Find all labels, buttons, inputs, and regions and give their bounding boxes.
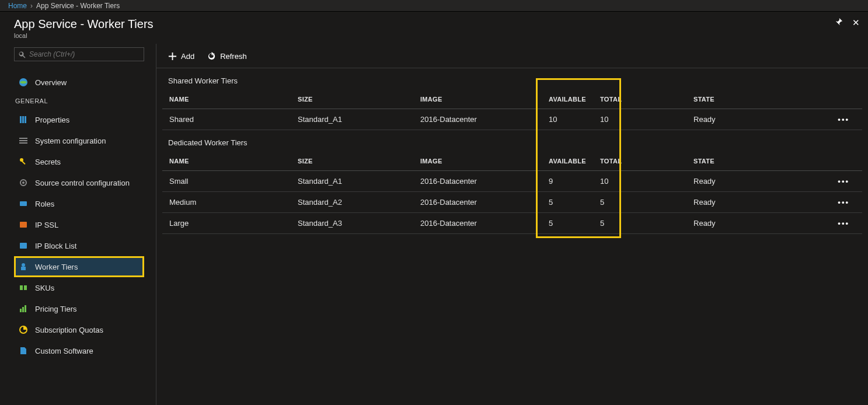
refresh-label: Refresh — [220, 52, 247, 61]
svg-rect-4 — [19, 138, 27, 139]
sidebar-item-subscription-quotas[interactable]: Subscription Quotas — [14, 319, 144, 340]
table-header-row: NAME SIZE IMAGE AVAILABLE TOTAL STATE — [162, 90, 862, 109]
sidebar-item-label: SKUs — [35, 284, 54, 292]
shared-section-title: Shared Worker Tiers — [156, 68, 868, 90]
sidebar-item-label: Overview — [35, 78, 67, 87]
table-header-row: NAME SIZE IMAGE AVAILABLE TOTAL STATE — [162, 152, 862, 171]
close-icon[interactable]: ✕ — [852, 18, 860, 28]
sku-icon — [19, 283, 28, 292]
col-size[interactable]: SIZE — [291, 152, 413, 171]
sidebar-item-pricing-tiers[interactable]: Pricing Tiers — [14, 298, 144, 319]
chevron-right-icon: › — [30, 2, 33, 10]
cell-total: 5 — [593, 192, 686, 213]
svg-rect-5 — [19, 140, 27, 141]
svg-rect-20 — [25, 305, 26, 312]
properties-icon — [19, 115, 28, 124]
gear-icon — [19, 178, 28, 187]
svg-point-14 — [22, 263, 25, 267]
cell-size: Standard_A2 — [291, 192, 413, 213]
cell-total: 10 — [593, 171, 686, 192]
roles-icon — [19, 199, 28, 208]
col-image[interactable]: IMAGE — [413, 152, 542, 171]
svg-rect-16 — [20, 285, 23, 290]
col-total[interactable]: TOTAL — [593, 152, 686, 171]
col-name[interactable]: NAME — [162, 152, 291, 171]
sidebar-item-source-control[interactable]: Source control configuration — [14, 172, 144, 193]
dedicated-section-title: Dedicated Worker Tiers — [156, 130, 868, 152]
cell-available: 9 — [542, 171, 593, 192]
table-row[interactable]: SharedStandard_A12016-Datacenter1010Read… — [162, 109, 862, 130]
cell-image: 2016-Datacenter — [413, 171, 542, 192]
search-input[interactable] — [14, 47, 144, 61]
row-more-button[interactable]: ••• — [786, 109, 862, 130]
row-more-button[interactable]: ••• — [786, 171, 862, 192]
cell-image: 2016-Datacenter — [413, 213, 542, 234]
row-more-button[interactable]: ••• — [786, 213, 862, 234]
svg-rect-19 — [22, 307, 24, 312]
col-name[interactable]: NAME — [162, 90, 291, 109]
cell-name: Medium — [162, 192, 291, 213]
sidebar-item-label: IP Block List — [35, 242, 76, 250]
worker-icon — [19, 262, 28, 271]
cell-size: Standard_A1 — [291, 171, 413, 192]
col-size[interactable]: SIZE — [291, 90, 413, 109]
quota-icon — [19, 325, 28, 334]
refresh-button[interactable]: Refresh — [207, 52, 247, 61]
sidebar-item-custom-software[interactable]: Custom Software — [14, 340, 144, 361]
pin-icon[interactable] — [835, 18, 843, 28]
col-state[interactable]: STATE — [686, 152, 786, 171]
sidebar: Overview GENERAL Properties System confi… — [0, 44, 156, 405]
col-total[interactable]: TOTAL — [593, 90, 686, 109]
cell-available: 5 — [542, 192, 593, 213]
sidebar-item-label: Worker Tiers — [35, 263, 78, 271]
toolbar: Add Refresh — [156, 44, 868, 68]
svg-rect-18 — [20, 309, 22, 312]
sidebar-item-overview[interactable]: Overview — [14, 72, 144, 93]
pricing-icon — [19, 304, 28, 313]
sidebar-item-ip-ssl[interactable]: IP SSL — [14, 214, 144, 235]
cell-state: Ready — [686, 192, 786, 213]
search-icon — [18, 51, 26, 58]
col-image[interactable]: IMAGE — [413, 90, 542, 109]
page-header: App Service - Worker Tiers local ✕ — [0, 12, 868, 44]
row-more-button[interactable]: ••• — [786, 192, 862, 213]
cell-total: 10 — [593, 109, 686, 130]
sidebar-item-roles[interactable]: Roles — [14, 193, 144, 214]
sidebar-item-label: Secrets — [35, 158, 61, 166]
sidebar-item-label: Custom Software — [35, 347, 93, 355]
col-available[interactable]: AVAILABLE — [542, 152, 593, 171]
add-button[interactable]: Add — [168, 52, 194, 61]
table-row[interactable]: MediumStandard_A22016-Datacenter55Ready•… — [162, 192, 862, 213]
sidebar-item-worker-tiers[interactable]: Worker Tiers — [14, 256, 144, 277]
ssl-icon — [19, 220, 28, 229]
plus-icon — [168, 52, 177, 61]
add-label: Add — [181, 52, 194, 61]
sidebar-item-properties[interactable]: Properties — [14, 109, 144, 130]
page-subtitle: local — [14, 32, 154, 39]
dedicated-table: NAME SIZE IMAGE AVAILABLE TOTAL STATE Sm… — [162, 152, 862, 234]
svg-rect-12 — [20, 222, 27, 228]
svg-rect-6 — [19, 142, 27, 144]
svg-rect-3 — [25, 116, 26, 123]
table-row[interactable]: LargeStandard_A32016-Datacenter55Ready••… — [162, 213, 862, 234]
cell-state: Ready — [686, 171, 786, 192]
search-field[interactable] — [29, 50, 140, 58]
key-icon — [19, 157, 28, 166]
table-row[interactable]: SmallStandard_A12016-Datacenter910Ready•… — [162, 171, 862, 192]
sidebar-item-label: System configuration — [35, 137, 106, 145]
sidebar-section-general: GENERAL — [15, 97, 144, 104]
sidebar-item-ip-block-list[interactable]: IP Block List — [14, 235, 144, 256]
sidebar-item-secrets[interactable]: Secrets — [14, 151, 144, 172]
svg-rect-17 — [24, 285, 27, 290]
col-available[interactable]: AVAILABLE — [542, 90, 593, 109]
svg-point-10 — [22, 181, 25, 184]
breadcrumb-home[interactable]: Home — [8, 2, 27, 10]
sidebar-item-system-configuration[interactable]: System configuration — [14, 130, 144, 151]
cell-size: Standard_A1 — [291, 109, 413, 130]
globe-icon — [19, 78, 28, 87]
col-state[interactable]: STATE — [686, 90, 786, 109]
svg-rect-2 — [22, 116, 24, 123]
cell-name: Large — [162, 213, 291, 234]
software-icon — [19, 346, 28, 355]
sidebar-item-skus[interactable]: SKUs — [14, 277, 144, 298]
